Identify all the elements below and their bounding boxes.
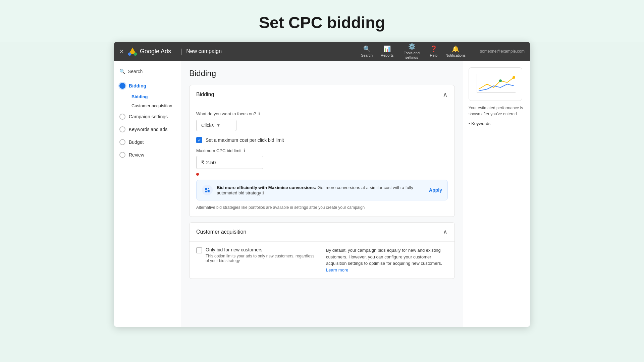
- help-nav-label: Help: [430, 53, 438, 57]
- bid-banner-info-icon[interactable]: ℹ: [262, 190, 264, 195]
- search-icon: 🔍: [363, 45, 371, 53]
- sidebar-item-budget[interactable]: Budget: [114, 136, 177, 148]
- bidding-card-collapse-icon[interactable]: ∧: [443, 90, 448, 99]
- customer-acquisition-title: Customer acquisition: [196, 229, 246, 235]
- budget-circle-icon: [119, 139, 125, 145]
- max-cpc-checkbox[interactable]: ✓: [196, 137, 202, 143]
- close-button[interactable]: ✕: [119, 48, 124, 55]
- customer-acquisition-collapse-icon[interactable]: ∧: [443, 228, 448, 236]
- sidebar-campaign-settings-label: Campaign settings: [129, 114, 168, 119]
- svg-rect-3: [472, 71, 519, 98]
- learn-more-link[interactable]: Learn more: [326, 267, 348, 273]
- sidebar-search-item[interactable]: 🔍 Search: [114, 66, 181, 77]
- customer-acquisition-row: Only bid for new customers This option l…: [196, 247, 448, 273]
- keywords-ads-circle-icon: [119, 126, 125, 132]
- review-circle-icon: [119, 152, 125, 158]
- profile-area[interactable]: someone@example.com: [480, 49, 525, 54]
- bidding-card-body: What do you want to focus on? ℹ Clicks ▼…: [190, 104, 454, 217]
- content-area: Bidding Bidding ∧ What do you want to fo…: [181, 61, 463, 327]
- app-window: ✕ Google Ads | New campaign 🔍 Search 📊 R…: [114, 42, 530, 327]
- top-nav: ✕ Google Ads | New campaign 🔍 Search 📊 R…: [114, 42, 530, 61]
- app-logo: Google Ads: [128, 47, 171, 56]
- sidebar-item-campaign-settings[interactable]: Campaign settings: [114, 110, 177, 123]
- sidebar-item-keywords-and-ads[interactable]: Keywords and ads: [114, 123, 177, 136]
- bid-banner-icon: [202, 185, 213, 195]
- sidebar-item-review[interactable]: Review: [114, 148, 177, 161]
- reports-nav-item[interactable]: 📊 Reports: [377, 43, 397, 59]
- bidding-card-header: Bidding ∧: [190, 85, 454, 104]
- tools-icon: ⚙️: [408, 43, 416, 50]
- nav-divider: |: [180, 48, 182, 55]
- help-nav-item[interactable]: ❓ Help: [427, 43, 441, 59]
- customer-acquisition-card: Customer acquisition ∧ Only bid for new …: [189, 222, 455, 279]
- bid-banner-bold-text: Bid more efficiently with Maximise conve…: [217, 185, 316, 190]
- bid-suggestion-banner: Bid more efficiently with Maximise conve…: [196, 180, 448, 200]
- right-panel: Your estimated performance is shown afte…: [463, 61, 530, 327]
- max-cpc-checkbox-row: ✓ Set a maximum cost per click bid limit: [196, 137, 448, 143]
- performance-chart-placeholder: [469, 67, 522, 101]
- notifications-icon: 🔔: [452, 45, 459, 53]
- dropdown-arrow-icon: ▼: [216, 123, 220, 128]
- sidebar-sub-items: Bidding Customer acquisition: [114, 92, 181, 110]
- new-customers-checkbox-row: Only bid for new customers This option l…: [196, 247, 318, 263]
- sidebar: 🔍 Search Bidding Bidding Customer acquis…: [114, 61, 181, 327]
- sidebar-search-label: Search: [128, 69, 143, 74]
- focus-dropdown[interactable]: Clicks ▼: [196, 120, 236, 131]
- new-customers-sublabel: This option limits your ads to only new …: [206, 254, 318, 263]
- campaign-settings-circle-icon: [119, 114, 125, 120]
- svg-point-2: [128, 53, 131, 56]
- sidebar-search-icon: 🔍: [119, 69, 125, 74]
- customer-acquisition-card-header: Customer acquisition ∧: [190, 223, 454, 242]
- campaign-name: New campaign: [186, 48, 222, 54]
- checkbox-check-icon: ✓: [198, 138, 201, 143]
- bidding-circle-icon: [119, 83, 125, 89]
- max-cpc-checkbox-label: Set a maximum cost per click bid limit: [206, 137, 284, 143]
- max-cpc-info-icon[interactable]: ℹ: [244, 148, 245, 153]
- customer-acquisition-right: By default, your campaign bids equally f…: [326, 247, 448, 273]
- validation-red-dot: [196, 173, 199, 176]
- performance-list: Keywords: [469, 120, 490, 127]
- performance-list-item-keywords: Keywords: [469, 120, 490, 127]
- performance-chart-svg: [472, 71, 519, 98]
- alt-bid-note: Alternative bid strategies like portfoli…: [196, 205, 448, 210]
- svg-point-7: [513, 76, 515, 79]
- tools-nav-label: Tools and settings: [402, 51, 422, 60]
- customer-acquisition-body: Only bid for new customers This option l…: [190, 242, 454, 279]
- sidebar-review-label: Review: [129, 152, 144, 158]
- maximise-conversions-icon: [204, 187, 210, 193]
- google-ads-logo-icon: [128, 47, 137, 56]
- bidding-card-title: Bidding: [196, 92, 214, 98]
- reports-icon: 📊: [383, 45, 391, 53]
- help-icon: ❓: [430, 45, 437, 53]
- performance-note: Your estimated performance is shown afte…: [469, 105, 525, 117]
- new-customers-checkbox[interactable]: [196, 247, 202, 253]
- new-customers-label: Only bid for new customers: [206, 247, 318, 252]
- page-title-area: Set CPC bidding: [0, 0, 644, 42]
- sidebar-keywords-ads-label: Keywords and ads: [129, 127, 167, 132]
- customer-acquisition-left: Only bid for new customers This option l…: [196, 247, 318, 263]
- search-nav-label: Search: [361, 53, 373, 57]
- sidebar-budget-label: Budget: [129, 139, 144, 145]
- svg-point-1: [134, 53, 137, 56]
- sidebar-bidding-label: Bidding: [129, 83, 146, 88]
- focus-label: What do you want to focus on? ℹ: [196, 111, 448, 116]
- sidebar-sub-customer-acquisition[interactable]: Customer acquisition: [129, 101, 181, 110]
- bidding-card: Bidding ∧ What do you want to focus on? …: [189, 85, 455, 217]
- nav-icons: 🔍 Search 📊 Reports ⚙️ Tools and settings…: [358, 42, 525, 62]
- sidebar-item-bidding[interactable]: Bidding: [114, 79, 177, 92]
- search-nav-item[interactable]: 🔍 Search: [358, 43, 376, 59]
- reports-nav-label: Reports: [381, 53, 394, 57]
- svg-point-6: [499, 79, 502, 82]
- focus-info-icon[interactable]: ℹ: [258, 111, 260, 116]
- tools-nav-item[interactable]: ⚙️ Tools and settings: [398, 42, 425, 62]
- content-title: Bidding: [189, 69, 455, 78]
- max-cpc-label: Maximum CPC bid limit ℹ: [196, 148, 448, 153]
- sidebar-sub-bidding[interactable]: Bidding: [129, 92, 181, 101]
- main-content: 🔍 Search Bidding Bidding Customer acquis…: [114, 61, 530, 327]
- focus-dropdown-value: Clicks: [201, 123, 214, 128]
- nav-icon-divider: [473, 46, 473, 57]
- apply-button[interactable]: Apply: [429, 187, 442, 193]
- page-title: Set CPC bidding: [0, 13, 644, 32]
- notifications-nav-item[interactable]: 🔔 Notifications: [442, 43, 469, 59]
- cpc-input-field[interactable]: [196, 156, 263, 169]
